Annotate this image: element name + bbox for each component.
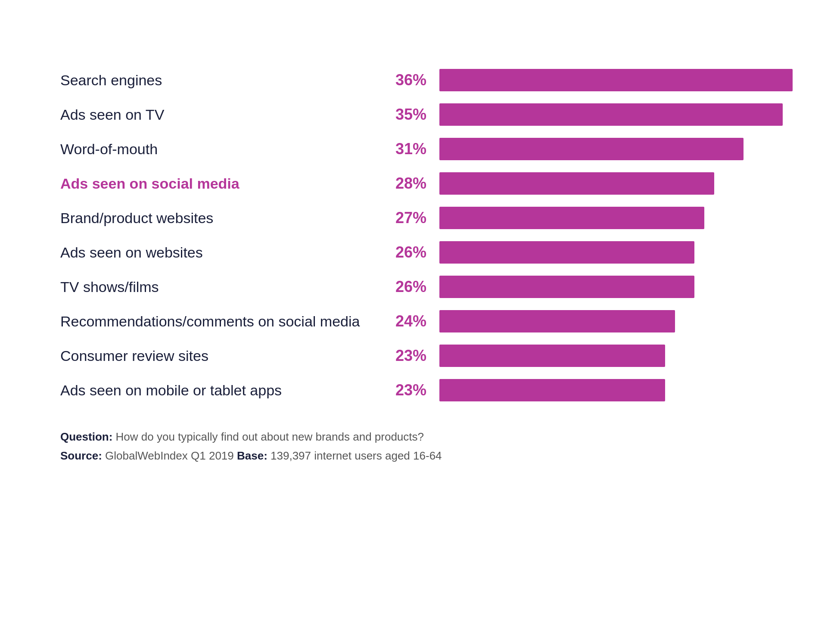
bar-label: Brand/product websites xyxy=(60,210,388,227)
bar-label: Search engines xyxy=(60,72,388,89)
bar-fill xyxy=(439,172,714,195)
bar-row: Consumer review sites23% xyxy=(60,345,780,367)
source-text: GlobalWebIndex Q1 2019 xyxy=(102,449,237,462)
bar-label: Ads seen on TV xyxy=(60,106,388,123)
bar-track xyxy=(439,103,783,126)
bar-percent: 31% xyxy=(388,140,439,158)
bar-row: Ads seen on social media28% xyxy=(60,172,780,195)
bar-track xyxy=(439,241,780,264)
bar-fill xyxy=(439,241,694,264)
bar-percent: 23% xyxy=(388,347,439,365)
bar-track xyxy=(439,172,780,195)
bar-fill xyxy=(439,103,783,126)
bar-fill xyxy=(439,138,744,160)
bar-track xyxy=(439,276,780,298)
bar-row: Ads seen on mobile or tablet apps23% xyxy=(60,379,780,401)
bar-label: Ads seen on social media xyxy=(60,175,388,192)
bar-fill xyxy=(439,69,793,91)
bar-track xyxy=(439,379,780,401)
bar-percent: 26% xyxy=(388,243,439,261)
bar-fill xyxy=(439,207,704,229)
bar-label: Consumer review sites xyxy=(60,348,388,364)
bar-track xyxy=(439,69,793,91)
bar-row: Brand/product websites27% xyxy=(60,207,780,229)
footnote: Question: How do you typically find out … xyxy=(60,427,780,465)
bar-percent: 27% xyxy=(388,209,439,227)
question-label: Question: xyxy=(60,430,112,443)
bar-track xyxy=(439,310,780,332)
bar-percent: 28% xyxy=(388,174,439,193)
base-label: Base: xyxy=(237,449,268,462)
bar-track xyxy=(439,345,780,367)
chart-container: Search engines36%Ads seen on TV35%Word-o… xyxy=(34,26,806,482)
bar-label: Ads seen on mobile or tablet apps xyxy=(60,382,388,399)
bar-fill xyxy=(439,310,675,332)
question-text: How do you typically find out about new … xyxy=(112,430,424,443)
bar-row: Ads seen on websites26% xyxy=(60,241,780,264)
bar-row: Search engines36% xyxy=(60,69,780,91)
bar-label: Ads seen on websites xyxy=(60,244,388,261)
bar-row: TV shows/films26% xyxy=(60,276,780,298)
bar-label: Recommendations/comments on social media xyxy=(60,313,388,330)
bar-percent: 23% xyxy=(388,381,439,399)
bar-chart: Search engines36%Ads seen on TV35%Word-o… xyxy=(60,69,780,401)
source-label: Source: xyxy=(60,449,102,462)
bar-label: TV shows/films xyxy=(60,279,388,295)
bar-track xyxy=(439,207,780,229)
bar-fill xyxy=(439,276,694,298)
bar-row: Word-of-mouth31% xyxy=(60,138,780,160)
bar-percent: 26% xyxy=(388,278,439,296)
bar-row: Recommendations/comments on social media… xyxy=(60,310,780,332)
bar-label: Word-of-mouth xyxy=(60,141,388,158)
bar-fill xyxy=(439,379,665,401)
bar-fill xyxy=(439,345,665,367)
bar-percent: 35% xyxy=(388,106,439,124)
base-text: 139,397 internet users aged 16-64 xyxy=(268,449,442,462)
bar-track xyxy=(439,138,780,160)
bar-percent: 24% xyxy=(388,312,439,330)
bar-percent: 36% xyxy=(388,71,439,89)
bar-row: Ads seen on TV35% xyxy=(60,103,780,126)
